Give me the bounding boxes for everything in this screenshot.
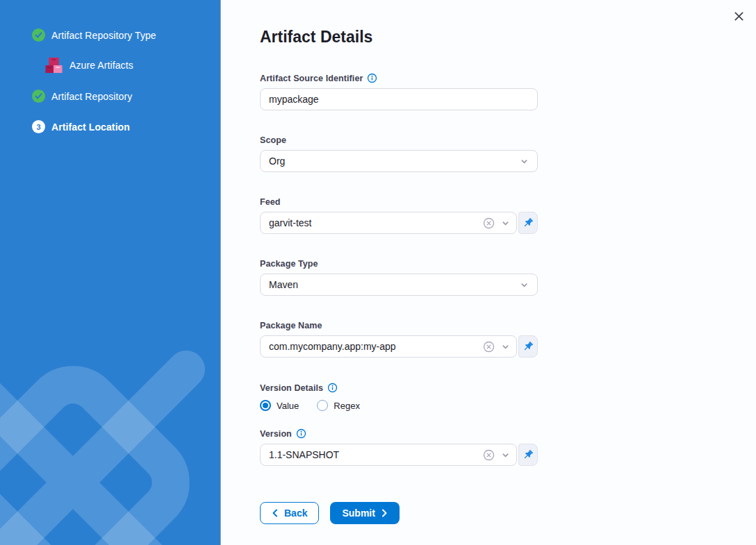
package-type-value: Maven <box>269 279 520 290</box>
pin-button[interactable] <box>518 444 538 466</box>
field-label: Feed <box>260 197 281 207</box>
pin-button[interactable] <box>518 212 538 234</box>
radio-option-regex[interactable]: Regex <box>317 400 360 411</box>
wizard-sidebar: Artifact Repository Type Azure Artifacts <box>0 0 220 545</box>
scope-select[interactable]: Org <box>260 150 538 172</box>
field-label: Version Details <box>260 383 323 393</box>
sidebar-step-artifact-repository[interactable]: Artifact Repository <box>32 90 220 103</box>
chevron-left-icon <box>272 509 279 517</box>
step-label: Artifact Location <box>51 121 130 133</box>
form-actions: Back Submit <box>260 502 538 524</box>
step-label: Azure Artifacts <box>69 60 133 71</box>
sidebar-step-artifact-repository-type[interactable]: Artifact Repository Type <box>32 28 220 42</box>
field-package-type: Package Type Maven <box>260 259 538 296</box>
step-complete-icon <box>32 90 45 103</box>
field-label: Scope <box>260 135 286 145</box>
chevron-down-icon[interactable] <box>501 342 510 351</box>
radio-unselected-icon <box>317 400 328 411</box>
version-select[interactable]: 1.1-SNAPSHOT <box>260 444 517 466</box>
sidebar-step-artifact-location[interactable]: 3 Artifact Location <box>32 120 220 133</box>
version-value: 1.1-SNAPSHOT <box>269 449 477 460</box>
package-type-select[interactable]: Maven <box>260 274 538 296</box>
back-button[interactable]: Back <box>260 502 319 524</box>
chevron-down-icon[interactable] <box>501 451 510 460</box>
field-package-name: Package Name com.mycompany.app:my-app <box>260 321 538 358</box>
page-title: Artifact Details <box>260 28 756 47</box>
artifact-details-form: Artifact Source Identifier Scope <box>260 73 538 524</box>
feed-value: garvit-test <box>269 217 477 228</box>
field-label: Version <box>260 429 292 439</box>
field-version: Version 1.1-SNAPSHOT <box>260 428 538 466</box>
field-scope: Scope Org <box>260 135 538 172</box>
info-icon[interactable] <box>327 383 338 393</box>
scope-value: Org <box>269 156 520 167</box>
info-icon[interactable] <box>367 73 377 83</box>
package-name-value: com.mycompany.app:my-app <box>269 341 477 352</box>
field-label: Package Name <box>260 321 322 330</box>
clear-icon[interactable] <box>482 217 495 230</box>
pin-button[interactable] <box>518 335 538 358</box>
clear-icon[interactable] <box>482 340 495 353</box>
azure-artifacts-icon <box>44 56 63 74</box>
info-icon[interactable] <box>296 428 306 439</box>
chevron-down-icon <box>520 157 529 166</box>
field-label: Package Type <box>260 259 318 269</box>
chevron-right-icon <box>381 509 388 517</box>
chevron-down-icon <box>520 280 529 290</box>
artifact-details-panel: Artifact Details Artifact Source Identif… <box>220 0 756 545</box>
artifact-wizard-modal: Artifact Repository Type Azure Artifacts <box>0 0 756 545</box>
close-icon[interactable] <box>732 9 746 23</box>
sidebar-step-azure-artifacts[interactable]: Azure Artifacts <box>44 56 220 74</box>
feed-select[interactable]: garvit-test <box>260 212 517 234</box>
artifact-source-identifier-input[interactable] <box>260 88 538 110</box>
field-version-details: Version Details Value <box>260 383 538 411</box>
field-label: Artifact Source Identifier <box>260 74 363 83</box>
step-complete-icon <box>32 28 45 42</box>
field-artifact-source-identifier: Artifact Source Identifier <box>260 73 538 110</box>
submit-button[interactable]: Submit <box>330 502 399 524</box>
field-feed: Feed garvit-test <box>260 197 538 234</box>
step-label: Artifact Repository <box>51 91 132 102</box>
version-details-radio-group: Value Regex <box>260 400 538 411</box>
radio-option-value[interactable]: Value <box>260 400 299 411</box>
step-label: Artifact Repository Type <box>51 30 156 41</box>
step-number-icon: 3 <box>32 120 45 133</box>
package-name-select[interactable]: com.mycompany.app:my-app <box>260 335 517 358</box>
clear-icon[interactable] <box>482 448 495 462</box>
radio-selected-icon <box>260 400 271 411</box>
chevron-down-icon[interactable] <box>501 219 510 228</box>
